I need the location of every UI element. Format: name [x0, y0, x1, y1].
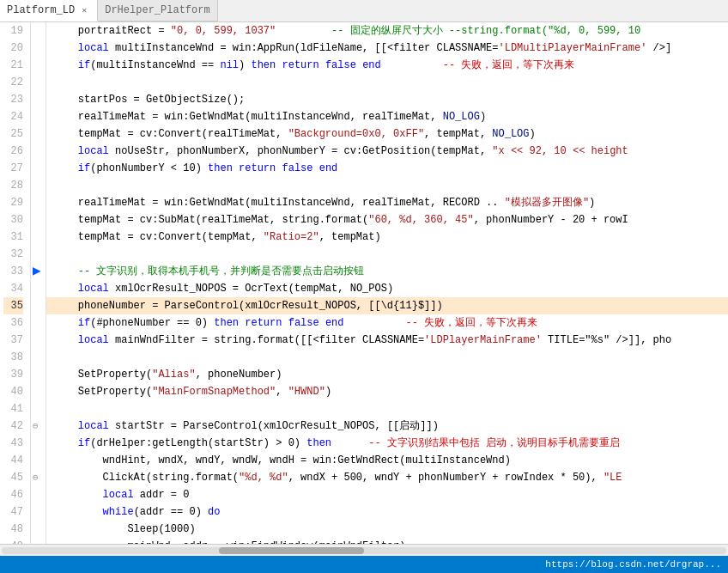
code-line-41 [46, 400, 728, 418]
fold-43[interactable]: ⊖ [33, 418, 39, 435]
code-line-27: if(phonNumberY < 10) then return false e… [46, 160, 728, 177]
code-line-49: mainWnd, addr = win:FindWindow(mainWndFi… [46, 538, 728, 544]
ln-41: 41 [3, 400, 23, 418]
code-line-42: local startStr = ParseControl(xmlOcrResu… [46, 418, 728, 435]
code-line-35: phoneNumber = ParseControl(xmlOcrResult_… [46, 297, 728, 314]
code-line-33: -- 文字识别，取得本机手机号，并判断是否需要点击启动按钮 [46, 263, 728, 280]
ln-40: 40 [3, 383, 23, 400]
code-line-31: tempMat = cv:Convert(tempMat, "Ratio=2",… [46, 229, 728, 246]
ln-28: 28 [3, 177, 23, 194]
ln-24: 24 [3, 108, 23, 125]
debug-arrow: ▶ [33, 263, 41, 280]
ln-25: 25 [3, 125, 23, 143]
code-line-37: local mainWndFilter = string.format([[<f… [46, 332, 728, 349]
code-line-19: portraitRect = "0, 0, 599, 1037" -- 固定的纵… [46, 22, 728, 40]
code-line-22 [46, 74, 728, 91]
ln-45: 45 [3, 469, 23, 486]
code-line-45: ClickAt(string.format("%d, %d", wndX + 5… [46, 469, 728, 486]
ln-30: 30 [3, 211, 23, 229]
ln-33: 33 [3, 263, 23, 280]
ln-35: 35 [3, 297, 23, 314]
code-line-32 [46, 246, 728, 263]
ln-21: 21 [3, 57, 23, 74]
fold-47[interactable]: ⊖ [33, 469, 39, 486]
tab-drhelper[interactable]: DrHelper_Platform [98, 0, 217, 21]
scrollbar-thumb[interactable] [219, 547, 364, 554]
ln-22: 22 [3, 74, 23, 91]
code-line-26: local noUseStr, phonNumberX, phonNumberY… [46, 143, 728, 160]
ln-43: 43 [3, 435, 23, 452]
tab-close-button[interactable]: ✕ [78, 4, 90, 16]
code-content[interactable]: portraitRect = "0, 0, 599, 1037" -- 固定的纵… [46, 22, 728, 544]
tab-label: DrHelper_Platform [105, 4, 209, 16]
status-bar: https://blog.csdn.net/drgrap... [0, 556, 728, 573]
ln-36: 36 [3, 314, 23, 332]
code-line-36: if(#phoneNumber == 0) then return false … [46, 314, 728, 332]
tab-label: Platform_LD [7, 4, 75, 16]
ln-31: 31 [3, 229, 23, 246]
ln-44: 44 [3, 452, 23, 469]
horizontal-scrollbar[interactable] [0, 544, 728, 556]
ln-19: 19 [3, 22, 23, 40]
code-line-40: SetProperty("MainFormSnapMethod", "HWND"… [46, 383, 728, 400]
code-line-46: local addr = 0 [46, 486, 728, 503]
code-line-24: realTimeMat = win:GetWndMat(multiInstanc… [46, 108, 728, 125]
ln-49: 49 [3, 538, 23, 544]
code-line-25: tempMat = cv:Convert(realTimeMat, "Backg… [46, 125, 728, 143]
gutter: ▶ ⊖ ⊖ [31, 22, 46, 544]
ln-32: 32 [3, 246, 23, 263]
scrollbar-track[interactable] [2, 547, 726, 554]
code-line-28 [46, 177, 728, 194]
code-line-43: if(drHelper:getLength(startStr) > 0) the… [46, 435, 728, 452]
code-line-44: wndHint, wndX, wndY, wndW, wndH = win:Ge… [46, 452, 728, 469]
tab-platform-ld[interactable]: Platform_LD ✕ [0, 0, 98, 21]
ln-34: 34 [3, 280, 23, 297]
code-line-47: while(addr == 0) do [46, 503, 728, 521]
code-line-23: startPos = GetObjectSize(); [46, 91, 728, 108]
code-line-34: local xmlOcrResult_NOPOS = OcrText(tempM… [46, 280, 728, 297]
ln-38: 38 [3, 349, 23, 366]
code-line-21: if(multiInstanceWnd == nil) then return … [46, 57, 728, 74]
ln-46: 46 [3, 486, 23, 503]
code-lines: portraitRect = "0, 0, 599, 1037" -- 固定的纵… [46, 22, 728, 544]
ln-27: 27 [3, 160, 23, 177]
ln-37: 37 [3, 332, 23, 349]
status-text: https://blog.csdn.net/drgrap... [545, 559, 721, 570]
ln-29: 29 [3, 194, 23, 211]
main-window: Platform_LD ✕ DrHelper_Platform 19 20 21… [0, 0, 728, 573]
ln-39: 39 [3, 366, 23, 383]
code-line-48: Sleep(1000) [46, 521, 728, 538]
ln-23: 23 [3, 91, 23, 108]
ln-26: 26 [3, 143, 23, 160]
code-line-30: tempMat = cv:SubMat(realTimeMat, string.… [46, 211, 728, 229]
code-line-39: SetProperty("Alias", phoneNumber) [46, 366, 728, 383]
title-bar: Platform_LD ✕ DrHelper_Platform [0, 0, 728, 22]
ln-48: 48 [3, 521, 23, 538]
line-numbers: 19 20 21 22 23 24 25 26 27 28 29 30 31 3… [0, 22, 31, 544]
code-line-38 [46, 349, 728, 366]
ln-42: 42 [3, 418, 23, 435]
code-line-20: local multiInstanceWnd = win:AppRun(ldFi… [46, 40, 728, 57]
code-line-29: realTimeMat = win:GetWndMat(multiInstanc… [46, 194, 728, 211]
ln-47: 47 [3, 503, 23, 521]
code-editor: 19 20 21 22 23 24 25 26 27 28 29 30 31 3… [0, 22, 728, 544]
ln-20: 20 [3, 40, 23, 57]
